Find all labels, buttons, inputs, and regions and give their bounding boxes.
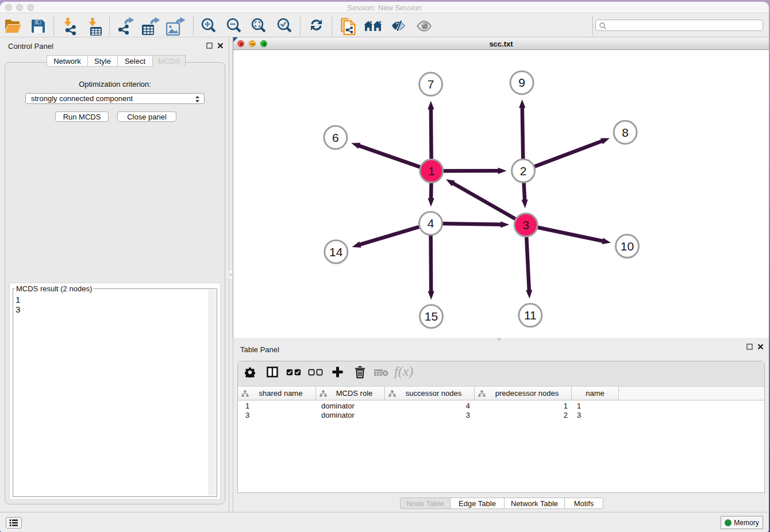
svg-text:8: 8 [622, 126, 629, 139]
svg-text:7: 7 [428, 78, 434, 91]
svg-text:15: 15 [425, 310, 438, 323]
svg-text:6: 6 [332, 131, 339, 144]
svg-text:11: 11 [524, 309, 537, 322]
svg-text:9: 9 [518, 76, 525, 89]
svg-text:14: 14 [329, 245, 343, 259]
svg-text:4: 4 [428, 217, 434, 230]
svg-text:1: 1 [428, 164, 435, 178]
svg-text:10: 10 [621, 240, 634, 253]
svg-text:2: 2 [520, 164, 527, 178]
svg-text:3: 3 [522, 218, 529, 232]
